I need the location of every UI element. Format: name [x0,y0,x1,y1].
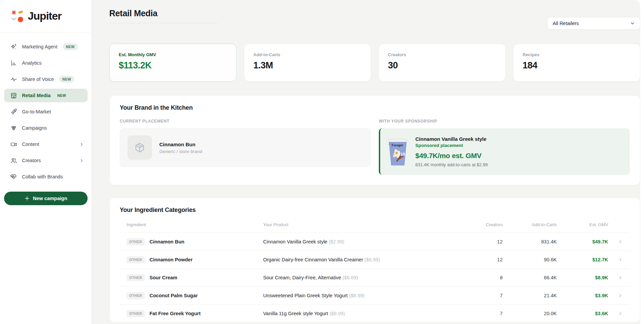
sponsored-product-name: Cinnamon Vanilla Greek style [415,136,488,142]
current-placement-label: CURRENT PLACEMENT [120,119,371,124]
table-row[interactable]: OTHER Fat Free Greek Yogurt Vanilla 11g … [120,304,630,322]
est-gmv-value: $49.7K [557,239,608,244]
chevron-right-icon[interactable] [608,257,623,262]
sponsored-gmv-value: $49.7K/mo est. GMV [415,152,488,160]
add-to-carts-value: 66.4K [503,275,557,280]
main-content: Retail Media All Retailers Est. Monthly … [92,0,640,324]
add-to-carts-value: 831.4K [503,239,557,244]
chevron-right-icon [79,142,84,147]
stat-card-est-monthly-gmv: Est. Monthly GMV $113.2K [109,44,236,82]
sidebar-item-campaigns[interactable]: Campaigns [4,121,88,135]
stat-card-creators: Creators 30 [378,44,506,82]
app-window: Jupiter Marketing Agent NEW Analytics Sh… [0,0,644,324]
sidebar-item-retail-media[interactable]: Retail Media NEW [4,89,88,102]
sidebar-item-creators[interactable]: Creators [4,154,88,167]
sidebar-item-marketing-agent[interactable]: Marketing Agent NEW [4,40,88,53]
ingredient-name: Sour Cream [150,275,177,280]
table-row[interactable]: OTHER Cinnamon Bun Cinnamon Vanilla Gree… [120,233,630,251]
product-price: ($8.99) [349,293,365,298]
product-name: Sour Cream, Dairy-Free, Alternative [263,275,341,280]
retailer-filter-dropdown[interactable]: All Retailers [547,17,640,30]
table-row[interactable]: OTHER Cinnamon Powder Organic Dairy-free… [120,251,630,268]
sidebar-item-share-of-voice[interactable]: Share of Voice NEW [4,72,88,86]
column-header-est-gmv: Est. GMV [557,222,608,227]
video-camera-icon [10,141,17,148]
creators-count: 12 [452,257,503,262]
sponsorship-label: WITH YOUR SPONSORSHIP [379,119,630,124]
stat-value: 1.3M [253,60,362,71]
ingredient-categories-panel: Your Ingredient Categories Ingredient Yo… [109,197,640,323]
column-header-add-to-carts: Add-to-Carts [503,222,557,227]
current-placement-column: CURRENT PLACEMENT Cinnamon Bun Generic /… [120,111,371,175]
product-price: ($6.69) [343,275,358,280]
forager-yogurt-product-image: Forager 10 [387,137,409,166]
stat-value: 184 [523,60,631,71]
table-row[interactable]: OTHER Sour Cream Sour Cream, Dairy-Free,… [120,268,630,286]
add-to-carts-value: 20.0K [503,311,557,316]
add-to-carts-value: 90.6K [503,257,557,262]
sidebar-item-label: Go-to-Market [22,109,51,114]
sparkles-icon [10,43,17,50]
category-tag-badge: OTHER [127,292,145,299]
creators-count: 12 [452,239,503,244]
chevron-right-icon[interactable] [608,293,623,298]
brand-in-kitchen-panel: Your Brand in the Kitchen CURRENT PLACEM… [109,95,640,185]
add-to-carts-value: 21.4K [503,293,557,298]
est-gmv-value: $3.6K [557,311,608,316]
bar-chart-icon [10,60,17,67]
sidebar-item-label: Collab with Brands [22,174,63,179]
est-gmv-value: $3.9K [557,293,608,298]
sidebar-nav: Marketing Agent NEW Analytics Share of V… [0,33,92,183]
kitchen-panel-title: Your Brand in the Kitchen [120,104,630,111]
logo[interactable]: Jupiter [0,0,92,33]
creators-count: 7 [452,293,503,298]
est-gmv-value: $8.9K [557,275,608,280]
sponsorship-card: Forager 10 [379,128,630,175]
campaigns-icon [10,125,17,132]
sponsored-placement-tag: Sponsored placement [415,143,488,148]
sidebar: Jupiter Marketing Agent NEW Analytics Sh… [0,0,92,324]
users-icon [10,157,17,164]
sidebar-item-collab-with-brands[interactable]: Collab with Brands [4,170,88,183]
new-badge: NEW [63,43,78,50]
plus-icon [24,196,30,201]
chevron-right-icon [79,158,84,163]
column-header-ingredient: Ingredient [127,222,263,227]
stat-value: $113.2K [119,60,227,71]
chevron-right-icon[interactable] [608,239,623,244]
table-body: OTHER Cinnamon Bun Cinnamon Vanilla Gree… [120,233,630,322]
sidebar-item-content[interactable]: Content [4,137,88,151]
stat-value: 30 [388,60,496,71]
sidebar-item-label: Retail Media [22,93,51,98]
product-name: Organic Dairy-free Cinnamon Vanilla Crea… [263,257,363,262]
sidebar-item-label: Analytics [22,60,42,66]
sidebar-item-go-to-market[interactable]: Go-to-Market [4,105,88,118]
creators-count: 8 [452,275,503,280]
stat-card-add-to-carts: Add-to-Carts 1.3M [244,44,371,82]
stat-label: Recipes [523,52,631,57]
category-tag-badge: OTHER [127,310,145,317]
ingredient-categories-title: Your Ingredient Categories [120,207,630,214]
ingredient-name: Fat Free Greek Yogurt [150,311,201,316]
category-tag-badge: OTHER [127,238,145,245]
scrollbar-track[interactable] [640,0,644,324]
table-row[interactable]: OTHER Coconut Palm Sugar Unsweetened Pla… [120,286,630,304]
chevron-down-icon [630,21,635,26]
sponsorship-column: WITH YOUR SPONSORSHIP Forager [379,111,630,175]
product-price: ($6.99) [365,257,380,262]
product-price: ($8.99) [329,311,345,316]
sidebar-item-label: Creators [22,158,41,163]
category-tag-badge: OTHER [127,256,145,263]
handshake-icon [10,173,17,180]
chevron-right-icon[interactable] [608,311,623,316]
sidebar-item-label: Share of Voice [22,77,54,82]
retailer-filter-value: All Retailers [553,21,579,26]
sidebar-item-analytics[interactable]: Analytics [4,56,88,70]
stat-label: Creators [388,52,496,57]
svg-text:Forager: Forager [392,143,404,147]
est-gmv-value: $12.7K [557,257,608,262]
new-campaign-button[interactable]: New campaign [4,192,88,205]
column-header-creators: Creators [452,222,503,227]
chevron-right-icon[interactable] [608,275,623,280]
rocket-icon [10,108,17,115]
